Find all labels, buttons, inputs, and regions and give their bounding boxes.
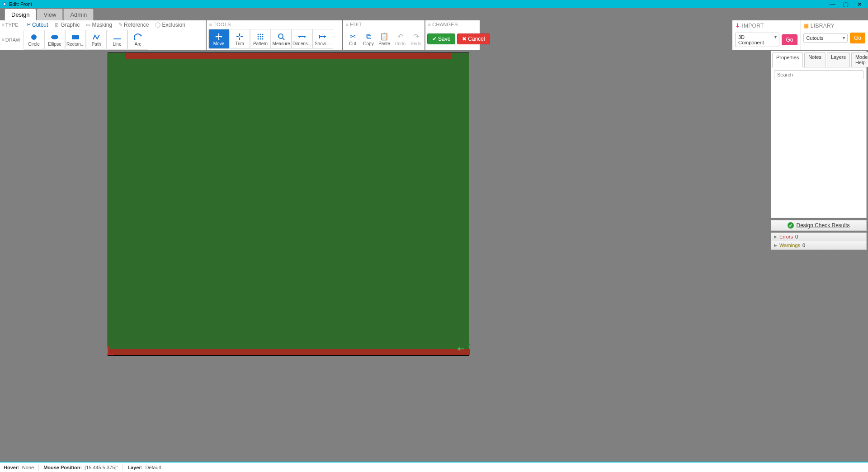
canvas[interactable] [0, 50, 769, 462]
svg-marker-26 [107, 345, 109, 348]
mouse-value: [15.445,5.375]" [85, 465, 118, 470]
edit-header: EDIT [350, 22, 362, 27]
tab-mode-help[interactable]: Mode Help [851, 52, 868, 67]
window-title: Edit: Front [9, 1, 32, 7]
title-bar: Edit: Front — ▢ ✕ [0, 0, 868, 8]
inspector-tabs: Properties Notes Layers Mode Help [771, 51, 866, 67]
svg-marker-30 [457, 347, 460, 351]
import-go-button[interactable]: Go [782, 34, 797, 45]
status-bar: Hover: None Mouse Position: [15.445,5.37… [0, 462, 868, 472]
maximize-button[interactable]: ▢ [839, 1, 853, 8]
tool-measure[interactable]: Measure [271, 29, 292, 49]
handle-arrow-up-icon[interactable] [466, 343, 472, 349]
caret-right-icon: ▶ [774, 243, 777, 248]
svg-marker-28 [112, 353, 114, 356]
draw-ellipse[interactable]: Ellipse [44, 30, 65, 50]
tab-view[interactable]: View [37, 9, 63, 20]
svg-point-3 [51, 35, 58, 39]
caret-right-icon: ▶ [774, 234, 777, 239]
draw-rectangle[interactable]: Rectan... [65, 30, 86, 50]
tools-header: TOOLS [213, 22, 231, 27]
warnings-row[interactable]: ▶ Warnings 0 [771, 241, 867, 250]
svg-point-2 [31, 34, 37, 40]
artboard[interactable] [108, 52, 469, 356]
edit-cut[interactable]: ✂Cut [345, 29, 360, 49]
svg-marker-21 [304, 35, 306, 38]
svg-line-18 [283, 38, 284, 40]
svg-marker-32 [467, 343, 471, 345]
design-check-results[interactable]: ✔ Design Check Results [771, 220, 867, 231]
inspector: Properties Notes Layers Mode Help ✔ Desi… [769, 50, 868, 462]
svg-point-10 [262, 33, 264, 35]
tab-design[interactable]: Design [5, 9, 36, 20]
type-label: TYPE [5, 22, 19, 28]
download-icon: ⬇ [735, 22, 740, 29]
mouse-label: Mouse Position: [43, 465, 82, 470]
app-icon [2, 1, 7, 7]
type-reference[interactable]: ✎Reference [115, 21, 152, 29]
type-masking[interactable]: ▭Masking [83, 21, 115, 29]
svg-point-7 [141, 35, 142, 37]
svg-point-9 [260, 33, 261, 35]
minimize-button[interactable]: — [826, 1, 839, 8]
library-go-button[interactable]: Go [850, 33, 865, 43]
check-icon: ✔ [432, 36, 437, 42]
tool-show[interactable]: Show ... [312, 29, 333, 49]
origin-axes-icon [105, 345, 114, 356]
library-select[interactable]: Cutouts [803, 33, 848, 43]
draw-arc[interactable]: Arc [127, 30, 148, 50]
main-tabs: Design View Admin [0, 8, 868, 20]
svg-point-15 [260, 38, 261, 39]
handle-arrow-icon[interactable] [456, 346, 465, 352]
draw-path[interactable]: Path [86, 30, 107, 50]
tool-trim[interactable]: Trim [229, 29, 250, 49]
hover-value: None [22, 465, 34, 470]
svg-marker-20 [298, 35, 300, 38]
svg-point-6 [134, 39, 136, 40]
svg-point-11 [258, 36, 259, 37]
svg-rect-4 [72, 35, 79, 39]
type-graphic[interactable]: 🖹Graphic [51, 21, 83, 29]
svg-point-16 [262, 38, 264, 39]
draw-line[interactable]: Line [107, 30, 127, 50]
grid-icon: ▦ [803, 22, 809, 29]
edit-paste[interactable]: 📋Paste [377, 29, 392, 49]
layer-label: Layer: [127, 465, 142, 470]
changes-header: CHANGES [432, 22, 458, 27]
layer-value: Default [145, 465, 161, 470]
tab-notes[interactable]: Notes [804, 52, 826, 67]
bar-bottom [108, 349, 470, 355]
tool-move[interactable]: Move [208, 29, 229, 49]
draw-circle[interactable]: Circle [24, 30, 44, 50]
errors-row[interactable]: ▶ Errors 0 [771, 233, 867, 241]
cancel-button[interactable]: ✖Cancel [457, 33, 490, 44]
close-button[interactable]: ✕ [853, 1, 866, 8]
edit-copy[interactable]: ⧉Copy [361, 29, 376, 49]
edit-redo: ↷Redo [408, 29, 424, 49]
tab-properties[interactable]: Properties [772, 52, 803, 67]
draw-label: DRAW [5, 37, 20, 43]
hover-label: Hover: [4, 465, 19, 470]
svg-point-13 [262, 36, 264, 37]
save-button[interactable]: ✔Save [427, 33, 455, 44]
edit-undo: ↶Undo [392, 29, 408, 49]
svg-marker-23 [324, 35, 326, 38]
search-input[interactable] [774, 70, 863, 79]
x-icon: ✖ [462, 36, 467, 42]
svg-point-14 [258, 38, 259, 39]
tool-pattern[interactable]: Pattern [250, 29, 271, 49]
tab-layers[interactable]: Layers [827, 52, 850, 67]
tool-dimension[interactable]: Dimens... [292, 29, 312, 49]
type-cutout[interactable]: ✂Cutout [24, 21, 51, 29]
import-header: IMPORT [742, 23, 764, 29]
type-exclusion[interactable]: ◯Exclusion [152, 21, 188, 29]
svg-point-8 [258, 33, 259, 35]
import-select[interactable]: 3D Component [735, 33, 779, 47]
library-header: LIBRARY [811, 23, 835, 29]
check-circle-icon: ✔ [788, 222, 794, 229]
svg-point-17 [278, 34, 283, 38]
bar-top [125, 53, 451, 59]
svg-point-12 [260, 36, 261, 37]
tab-admin[interactable]: Admin [63, 9, 94, 20]
